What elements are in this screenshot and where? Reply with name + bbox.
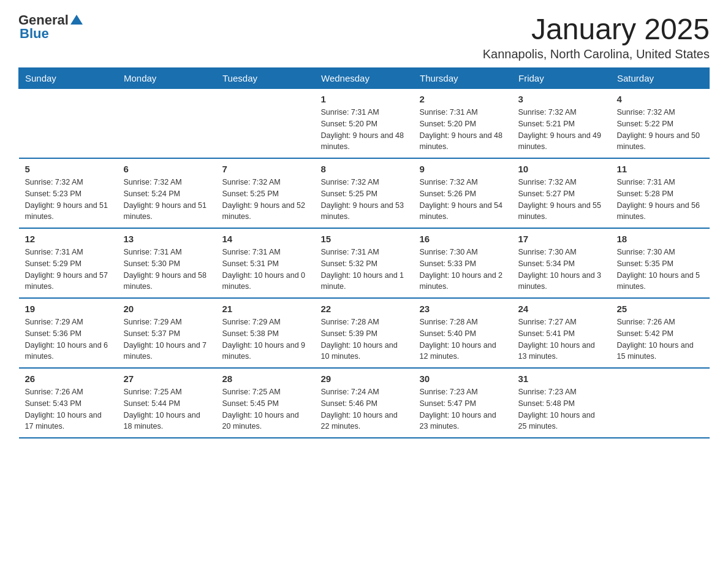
location-subtitle: Kannapolis, North Carolina, United State…: [483, 47, 710, 61]
day-info: Sunrise: 7:32 AMSunset: 5:23 PMDaylight:…: [25, 177, 112, 223]
day-number: 20: [124, 304, 210, 314]
day-number: 6: [124, 164, 210, 174]
calendar-day-14: 14Sunrise: 7:31 AMSunset: 5:31 PMDayligh…: [216, 228, 315, 298]
calendar-day-7: 7Sunrise: 7:32 AMSunset: 5:25 PMDaylight…: [216, 158, 315, 228]
day-number: 29: [321, 373, 408, 384]
calendar-day-21: 21Sunrise: 7:29 AMSunset: 5:38 PMDayligh…: [216, 298, 315, 368]
calendar-empty-cell: [19, 89, 118, 159]
day-info: Sunrise: 7:25 AMSunset: 5:44 PMDaylight:…: [124, 386, 210, 432]
day-info: Sunrise: 7:30 AMSunset: 5:34 PMDaylight:…: [518, 247, 605, 293]
day-info: Sunrise: 7:30 AMSunset: 5:33 PMDaylight:…: [420, 247, 506, 293]
calendar-day-12: 12Sunrise: 7:31 AMSunset: 5:29 PMDayligh…: [19, 228, 118, 298]
calendar-empty-cell: [611, 368, 710, 438]
day-info: Sunrise: 7:32 AMSunset: 5:21 PMDaylight:…: [518, 107, 605, 153]
day-info: Sunrise: 7:32 AMSunset: 5:24 PMDaylight:…: [124, 177, 210, 223]
day-number: 17: [518, 234, 605, 244]
calendar-header-cell-friday: Friday: [512, 68, 611, 89]
day-info: Sunrise: 7:29 AMSunset: 5:38 PMDaylight:…: [222, 316, 309, 362]
logo: General Blue: [18, 12, 83, 42]
day-number: 2: [420, 94, 506, 104]
calendar-header-row: SundayMondayTuesdayWednesdayThursdayFrid…: [19, 68, 710, 89]
calendar-header-cell-wednesday: Wednesday: [315, 68, 414, 89]
day-info: Sunrise: 7:23 AMSunset: 5:47 PMDaylight:…: [420, 386, 506, 432]
day-info: Sunrise: 7:25 AMSunset: 5:45 PMDaylight:…: [222, 386, 309, 432]
day-info: Sunrise: 7:31 AMSunset: 5:32 PMDaylight:…: [321, 247, 408, 293]
day-number: 1: [321, 94, 408, 104]
calendar-body: 1Sunrise: 7:31 AMSunset: 5:20 PMDaylight…: [19, 89, 710, 439]
day-number: 31: [518, 373, 605, 384]
month-title: January 2025: [483, 12, 710, 46]
calendar-day-27: 27Sunrise: 7:25 AMSunset: 5:44 PMDayligh…: [118, 368, 216, 438]
calendar-week-row: 5Sunrise: 7:32 AMSunset: 5:23 PMDaylight…: [19, 158, 710, 228]
day-number: 30: [420, 373, 506, 384]
day-info: Sunrise: 7:32 AMSunset: 5:25 PMDaylight:…: [222, 177, 309, 223]
calendar-day-9: 9Sunrise: 7:32 AMSunset: 5:26 PMDaylight…: [414, 158, 512, 228]
day-number: 23: [420, 304, 506, 314]
day-number: 19: [25, 304, 112, 314]
day-number: 13: [124, 234, 210, 244]
svg-marker-0: [70, 15, 83, 25]
calendar-week-row: 12Sunrise: 7:31 AMSunset: 5:29 PMDayligh…: [19, 228, 710, 298]
day-info: Sunrise: 7:24 AMSunset: 5:46 PMDaylight:…: [321, 386, 408, 432]
day-number: 11: [617, 164, 703, 174]
calendar-day-2: 2Sunrise: 7:31 AMSunset: 5:20 PMDaylight…: [414, 89, 512, 159]
day-info: Sunrise: 7:32 AMSunset: 5:26 PMDaylight:…: [420, 177, 506, 223]
day-info: Sunrise: 7:32 AMSunset: 5:27 PMDaylight:…: [518, 177, 605, 223]
calendar-day-16: 16Sunrise: 7:30 AMSunset: 5:33 PMDayligh…: [414, 228, 512, 298]
day-info: Sunrise: 7:32 AMSunset: 5:25 PMDaylight:…: [321, 177, 408, 223]
day-number: 10: [518, 164, 605, 174]
calendar-day-11: 11Sunrise: 7:31 AMSunset: 5:28 PMDayligh…: [611, 158, 710, 228]
day-number: 8: [321, 164, 408, 174]
calendar-day-13: 13Sunrise: 7:31 AMSunset: 5:30 PMDayligh…: [118, 228, 216, 298]
day-info: Sunrise: 7:27 AMSunset: 5:41 PMDaylight:…: [518, 316, 605, 362]
calendar-day-17: 17Sunrise: 7:30 AMSunset: 5:34 PMDayligh…: [512, 228, 611, 298]
day-number: 18: [617, 234, 703, 244]
day-number: 3: [518, 94, 605, 104]
day-number: 24: [518, 304, 605, 314]
calendar-day-8: 8Sunrise: 7:32 AMSunset: 5:25 PMDaylight…: [315, 158, 414, 228]
calendar-day-26: 26Sunrise: 7:26 AMSunset: 5:43 PMDayligh…: [19, 368, 118, 438]
day-info: Sunrise: 7:30 AMSunset: 5:35 PMDaylight:…: [617, 247, 703, 293]
calendar-day-3: 3Sunrise: 7:32 AMSunset: 5:21 PMDaylight…: [512, 89, 611, 159]
calendar-day-29: 29Sunrise: 7:24 AMSunset: 5:46 PMDayligh…: [315, 368, 414, 438]
day-info: Sunrise: 7:23 AMSunset: 5:48 PMDaylight:…: [518, 386, 605, 432]
day-info: Sunrise: 7:28 AMSunset: 5:39 PMDaylight:…: [321, 316, 408, 362]
calendar-day-15: 15Sunrise: 7:31 AMSunset: 5:32 PMDayligh…: [315, 228, 414, 298]
calendar-day-18: 18Sunrise: 7:30 AMSunset: 5:35 PMDayligh…: [611, 228, 710, 298]
page-header: General Blue January 2025 Kannapolis, No…: [18, 12, 710, 61]
calendar-day-20: 20Sunrise: 7:29 AMSunset: 5:37 PMDayligh…: [118, 298, 216, 368]
day-info: Sunrise: 7:31 AMSunset: 5:28 PMDaylight:…: [617, 177, 703, 223]
day-info: Sunrise: 7:26 AMSunset: 5:42 PMDaylight:…: [617, 316, 703, 362]
day-number: 26: [25, 373, 112, 384]
calendar-header: SundayMondayTuesdayWednesdayThursdayFrid…: [19, 68, 710, 89]
calendar-day-6: 6Sunrise: 7:32 AMSunset: 5:24 PMDaylight…: [118, 158, 216, 228]
day-info: Sunrise: 7:29 AMSunset: 5:36 PMDaylight:…: [25, 316, 112, 362]
calendar-day-4: 4Sunrise: 7:32 AMSunset: 5:22 PMDaylight…: [611, 89, 710, 159]
calendar-day-30: 30Sunrise: 7:23 AMSunset: 5:47 PMDayligh…: [414, 368, 512, 438]
calendar-empty-cell: [216, 89, 315, 159]
day-number: 27: [124, 373, 210, 384]
day-number: 7: [222, 164, 309, 174]
day-info: Sunrise: 7:31 AMSunset: 5:20 PMDaylight:…: [420, 107, 506, 153]
calendar-week-row: 19Sunrise: 7:29 AMSunset: 5:36 PMDayligh…: [19, 298, 710, 368]
calendar-week-row: 1Sunrise: 7:31 AMSunset: 5:20 PMDaylight…: [19, 89, 710, 159]
day-info: Sunrise: 7:31 AMSunset: 5:31 PMDaylight:…: [222, 247, 309, 293]
calendar-day-28: 28Sunrise: 7:25 AMSunset: 5:45 PMDayligh…: [216, 368, 315, 438]
calendar-header-cell-monday: Monday: [118, 68, 216, 89]
calendar-day-23: 23Sunrise: 7:28 AMSunset: 5:40 PMDayligh…: [414, 298, 512, 368]
day-number: 28: [222, 373, 309, 384]
calendar-day-22: 22Sunrise: 7:28 AMSunset: 5:39 PMDayligh…: [315, 298, 414, 368]
calendar-day-25: 25Sunrise: 7:26 AMSunset: 5:42 PMDayligh…: [611, 298, 710, 368]
day-number: 16: [420, 234, 506, 244]
day-number: 21: [222, 304, 309, 314]
logo-triangle-icon: [70, 15, 83, 25]
calendar-header-cell-thursday: Thursday: [414, 68, 512, 89]
day-number: 12: [25, 234, 112, 244]
day-number: 14: [222, 234, 309, 244]
calendar-day-10: 10Sunrise: 7:32 AMSunset: 5:27 PMDayligh…: [512, 158, 611, 228]
calendar-header-cell-sunday: Sunday: [19, 68, 118, 89]
day-number: 22: [321, 304, 408, 314]
title-section: January 2025 Kannapolis, North Carolina,…: [483, 12, 710, 61]
calendar-day-1: 1Sunrise: 7:31 AMSunset: 5:20 PMDaylight…: [315, 89, 414, 159]
day-info: Sunrise: 7:31 AMSunset: 5:20 PMDaylight:…: [321, 107, 408, 153]
